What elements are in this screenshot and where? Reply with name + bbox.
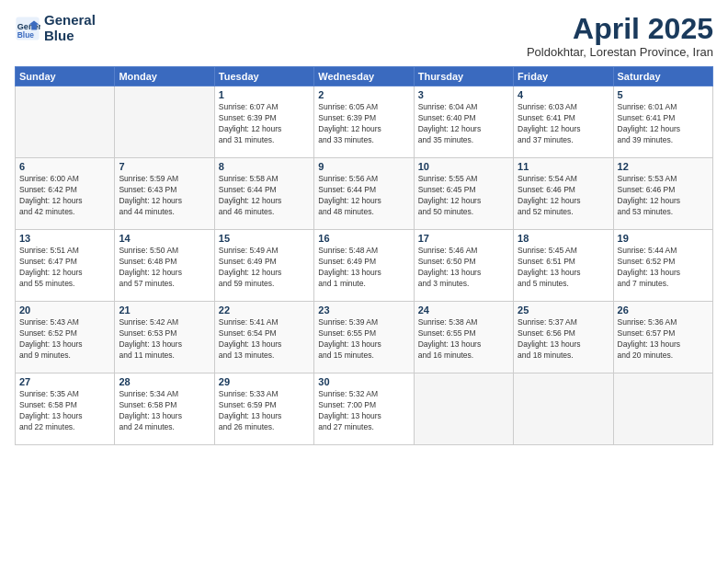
day-info: Sunrise: 5:56 AM Sunset: 6:44 PM Dayligh… [318, 174, 409, 218]
col-tuesday: Tuesday [214, 67, 313, 86]
table-row [414, 373, 513, 445]
table-row: 16Sunrise: 5:48 AM Sunset: 6:49 PM Dayli… [314, 230, 414, 302]
calendar-table: Sunday Monday Tuesday Wednesday Thursday… [15, 66, 713, 445]
day-number: 2 [318, 89, 409, 100]
day-info: Sunrise: 5:59 AM Sunset: 6:43 PM Dayligh… [119, 174, 210, 218]
day-info: Sunrise: 5:55 AM Sunset: 6:45 PM Dayligh… [418, 174, 509, 218]
day-number: 20 [19, 304, 110, 316]
table-row: 9Sunrise: 5:56 AM Sunset: 6:44 PM Daylig… [314, 158, 414, 230]
col-wednesday: Wednesday [314, 67, 414, 86]
table-row [115, 86, 214, 158]
day-info: Sunrise: 5:39 AM Sunset: 6:55 PM Dayligh… [318, 317, 409, 362]
day-info: Sunrise: 5:49 AM Sunset: 6:49 PM Dayligh… [219, 246, 310, 290]
table-row: 7Sunrise: 5:59 AM Sunset: 6:43 PM Daylig… [115, 158, 214, 230]
day-number: 24 [418, 304, 509, 316]
col-friday: Friday [514, 67, 613, 86]
table-row: 21Sunrise: 5:42 AM Sunset: 6:53 PM Dayli… [115, 302, 214, 373]
day-info: Sunrise: 5:38 AM Sunset: 6:55 PM Dayligh… [418, 317, 509, 362]
logo-icon: General Blue [15, 16, 40, 41]
day-number: 23 [318, 304, 409, 316]
table-row: 19Sunrise: 5:44 AM Sunset: 6:52 PM Dayli… [613, 230, 712, 302]
table-row: 10Sunrise: 5:55 AM Sunset: 6:45 PM Dayli… [414, 158, 513, 230]
day-info: Sunrise: 5:35 AM Sunset: 6:58 PM Dayligh… [19, 389, 110, 433]
day-info: Sunrise: 5:34 AM Sunset: 6:58 PM Dayligh… [119, 389, 210, 433]
table-row: 4Sunrise: 6:03 AM Sunset: 6:41 PM Daylig… [514, 86, 613, 158]
svg-text:Blue: Blue [17, 29, 34, 39]
logo-line2: Blue [44, 29, 96, 44]
table-row: 23Sunrise: 5:39 AM Sunset: 6:55 PM Dayli… [314, 302, 414, 373]
day-info: Sunrise: 6:01 AM Sunset: 6:41 PM Dayligh… [618, 102, 709, 146]
day-info: Sunrise: 6:04 AM Sunset: 6:40 PM Dayligh… [418, 102, 509, 146]
day-number: 5 [618, 89, 709, 100]
day-number: 12 [618, 161, 709, 172]
table-row: 3Sunrise: 6:04 AM Sunset: 6:40 PM Daylig… [414, 86, 513, 158]
logo-line1: General [44, 13, 96, 29]
table-row: 18Sunrise: 5:45 AM Sunset: 6:51 PM Dayli… [514, 230, 613, 302]
day-number: 28 [119, 376, 210, 387]
logo-text: General Blue [44, 13, 96, 43]
day-number: 4 [518, 89, 609, 100]
table-row: 27Sunrise: 5:35 AM Sunset: 6:58 PM Dayli… [16, 373, 115, 445]
day-number: 1 [219, 89, 310, 100]
day-info: Sunrise: 5:53 AM Sunset: 6:46 PM Dayligh… [618, 174, 709, 218]
day-number: 6 [19, 161, 110, 172]
col-monday: Monday [115, 67, 214, 86]
day-info: Sunrise: 5:51 AM Sunset: 6:47 PM Dayligh… [19, 246, 110, 290]
day-info: Sunrise: 5:50 AM Sunset: 6:48 PM Dayligh… [119, 246, 210, 290]
day-number: 19 [618, 233, 709, 244]
table-row [613, 373, 712, 445]
day-number: 14 [119, 233, 210, 244]
day-info: Sunrise: 5:58 AM Sunset: 6:44 PM Dayligh… [219, 174, 310, 218]
day-number: 10 [418, 161, 509, 172]
table-row: 24Sunrise: 5:38 AM Sunset: 6:55 PM Dayli… [414, 302, 513, 373]
table-row: 17Sunrise: 5:46 AM Sunset: 6:50 PM Dayli… [414, 230, 513, 302]
day-number: 29 [219, 376, 310, 387]
day-info: Sunrise: 5:46 AM Sunset: 6:50 PM Dayligh… [418, 246, 509, 290]
day-number: 11 [518, 161, 609, 172]
day-number: 26 [618, 304, 709, 316]
day-info: Sunrise: 6:00 AM Sunset: 6:42 PM Dayligh… [19, 174, 110, 218]
table-row: 30Sunrise: 5:32 AM Sunset: 7:00 PM Dayli… [314, 373, 414, 445]
table-row: 6Sunrise: 6:00 AM Sunset: 6:42 PM Daylig… [16, 158, 115, 230]
day-number: 30 [318, 376, 409, 387]
logo: General Blue General Blue [15, 13, 96, 43]
page: General Blue General Blue April 2025 Pol… [0, 0, 728, 563]
table-row: 5Sunrise: 6:01 AM Sunset: 6:41 PM Daylig… [613, 86, 712, 158]
table-row: 22Sunrise: 5:41 AM Sunset: 6:54 PM Dayli… [214, 302, 313, 373]
day-number: 18 [518, 233, 609, 244]
day-info: Sunrise: 5:37 AM Sunset: 6:56 PM Dayligh… [518, 317, 609, 362]
day-info: Sunrise: 5:41 AM Sunset: 6:54 PM Dayligh… [219, 317, 310, 362]
header: General Blue General Blue April 2025 Pol… [15, 13, 713, 59]
col-saturday: Saturday [613, 67, 712, 86]
table-row: 13Sunrise: 5:51 AM Sunset: 6:47 PM Dayli… [16, 230, 115, 302]
day-info: Sunrise: 5:44 AM Sunset: 6:52 PM Dayligh… [618, 246, 709, 290]
day-number: 21 [119, 304, 210, 316]
table-row: 12Sunrise: 5:53 AM Sunset: 6:46 PM Dayli… [613, 158, 712, 230]
table-row: 26Sunrise: 5:36 AM Sunset: 6:57 PM Dayli… [613, 302, 712, 373]
table-row: 20Sunrise: 5:43 AM Sunset: 6:52 PM Dayli… [16, 302, 115, 373]
table-row: 2Sunrise: 6:05 AM Sunset: 6:39 PM Daylig… [314, 86, 414, 158]
day-info: Sunrise: 5:42 AM Sunset: 6:53 PM Dayligh… [119, 317, 210, 362]
day-number: 7 [119, 161, 210, 172]
day-number: 16 [318, 233, 409, 244]
table-row: 15Sunrise: 5:49 AM Sunset: 6:49 PM Dayli… [214, 230, 313, 302]
day-info: Sunrise: 5:32 AM Sunset: 7:00 PM Dayligh… [318, 389, 409, 433]
table-row: 8Sunrise: 5:58 AM Sunset: 6:44 PM Daylig… [214, 158, 313, 230]
day-number: 9 [318, 161, 409, 172]
table-row: 28Sunrise: 5:34 AM Sunset: 6:58 PM Dayli… [115, 373, 214, 445]
day-number: 3 [418, 89, 509, 100]
day-info: Sunrise: 5:33 AM Sunset: 6:59 PM Dayligh… [219, 389, 310, 433]
location-title: Poldokhtar, Lorestan Province, Iran [527, 45, 713, 59]
day-info: Sunrise: 6:03 AM Sunset: 6:41 PM Dayligh… [518, 102, 609, 146]
col-thursday: Thursday [414, 67, 513, 86]
day-number: 15 [219, 233, 310, 244]
day-number: 22 [219, 304, 310, 316]
day-number: 27 [19, 376, 110, 387]
day-info: Sunrise: 5:36 AM Sunset: 6:57 PM Dayligh… [618, 317, 709, 362]
day-info: Sunrise: 5:48 AM Sunset: 6:49 PM Dayligh… [318, 246, 409, 290]
title-block: April 2025 Poldokhtar, Lorestan Province… [527, 13, 713, 59]
table-row: 1Sunrise: 6:07 AM Sunset: 6:39 PM Daylig… [214, 86, 313, 158]
day-number: 13 [19, 233, 110, 244]
day-info: Sunrise: 6:07 AM Sunset: 6:39 PM Dayligh… [219, 102, 310, 146]
day-info: Sunrise: 6:05 AM Sunset: 6:39 PM Dayligh… [318, 102, 409, 146]
